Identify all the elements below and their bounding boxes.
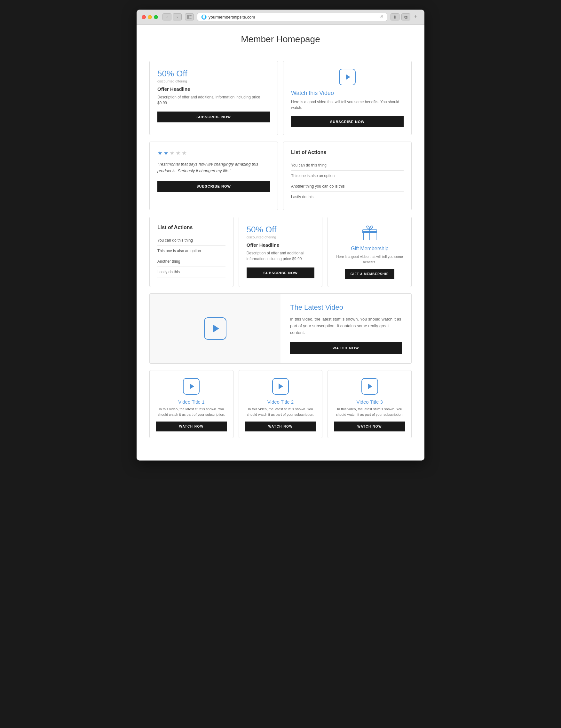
video-card-2: Video Title 2 In this video, the latest … <box>238 370 323 438</box>
offer-card-small: 50% Off discounted offering Offer Headli… <box>238 217 323 287</box>
section-1: 50% Off discounted offering Offer Headli… <box>149 61 412 135</box>
star-1: ★ <box>157 150 162 157</box>
video-title-2: Video Title 2 <box>245 399 316 405</box>
subscribe-button-small[interactable]: SUBSCRIBE NOW <box>246 267 315 278</box>
address-bar[interactable]: 🌐 yourmembershipsite.com ↺ <box>197 13 387 21</box>
offer-headline-1: Offer Headline <box>157 86 270 92</box>
actions-card-small: List of Actions You can do this thing Th… <box>149 217 233 287</box>
video-desc-3: In this video, the latest stuff is shown… <box>334 407 405 417</box>
action-small-4: Lastly do this <box>157 267 225 277</box>
offer-subtitle-1: discounted offering <box>157 79 270 83</box>
play-tri-3 <box>368 383 372 389</box>
play-circle-2 <box>272 378 289 395</box>
subscribe-button-video-1[interactable]: SUBSCRIBE NOW <box>291 116 404 127</box>
offer-desc-1: Description of offer and additional info… <box>157 94 270 106</box>
action-small-1: You can do this thing <box>157 235 225 246</box>
video-card-1: Video Title 1 In this video, the latest … <box>149 370 233 438</box>
section-3: List of Actions You can do this thing Th… <box>149 217 412 287</box>
offer-price-small: 50% Off <box>246 225 315 235</box>
play-tri-1 <box>190 383 194 389</box>
video-icon-1 <box>156 378 227 395</box>
actions-list-small: You can do this thing This one is also a… <box>157 235 225 277</box>
actions-title-large: List of Actions <box>291 150 404 155</box>
share-button[interactable]: ⬆ <box>391 13 400 20</box>
actions-title-small: List of Actions <box>157 225 225 230</box>
video-grid-section: Video Title 1 In this video, the latest … <box>149 370 412 438</box>
latest-title: The Latest Video <box>290 303 402 312</box>
play-triangle-1 <box>346 74 350 80</box>
close-button[interactable] <box>142 15 146 19</box>
latest-video-section: The Latest Video In this video, the late… <box>149 293 412 364</box>
video-icon-3 <box>334 378 405 395</box>
tabs-button[interactable]: ⧉ <box>401 13 410 20</box>
video-card-3: Video Title 3 In this video, the latest … <box>328 370 412 438</box>
video-icon-2 <box>245 378 316 395</box>
star-2: ★ <box>163 150 168 157</box>
forward-button[interactable]: › <box>173 13 182 20</box>
minimize-button[interactable] <box>148 15 152 19</box>
refresh-icon[interactable]: ↺ <box>379 14 383 19</box>
star-5: ★ <box>182 150 187 157</box>
watch-button-1[interactable]: WATCH NOW <box>156 422 227 431</box>
gift-title: Gift Membership <box>336 246 404 252</box>
svg-rect-0 <box>187 15 189 19</box>
watch-title-1: Watch this Video <box>291 90 404 97</box>
play-circle-3 <box>362 378 378 395</box>
action-item-1: You can do this thing <box>291 160 404 171</box>
watch-button-3[interactable]: WATCH NOW <box>334 422 405 431</box>
url-text: yourmembershipsite.com <box>208 15 255 19</box>
watch-now-button-latest[interactable]: WATCH NOW <box>290 342 402 354</box>
gift-icon <box>361 225 378 242</box>
latest-desc: In this video, the latest stuff is shown… <box>290 316 402 336</box>
browser-window: ‹ › 🌐 yourmembershipsite.com ↺ ⬆ ⧉ + Mem… <box>136 10 425 461</box>
testimonial-quote: "Testimonial that says how life changing… <box>157 161 270 174</box>
testimonial-card: ★ ★ ★ ★ ★ "Testimonial that says how lif… <box>149 142 278 210</box>
page-content: Member Homepage 50% Off discounted offer… <box>136 25 425 461</box>
latest-video-info: The Latest Video In this video, the late… <box>280 294 411 363</box>
play-icon-1 <box>339 69 356 85</box>
action-small-2: This one is also an option <box>157 246 225 256</box>
star-4: ★ <box>175 150 181 157</box>
svg-rect-3 <box>189 18 191 19</box>
actions-card-large: List of Actions You can do this thing Th… <box>283 142 412 210</box>
new-tab-button[interactable]: + <box>412 13 419 20</box>
video-title-3: Video Title 3 <box>334 399 405 405</box>
gift-card: Gift Membership Here is a good video tha… <box>328 217 412 287</box>
nav-buttons: ‹ › <box>162 13 182 20</box>
offer-price-1: 50% Off <box>157 69 270 79</box>
toolbar-right: ⬆ ⧉ + <box>391 13 419 20</box>
subscribe-button-testimonial[interactable]: SUBSCRIBE NOW <box>157 181 270 192</box>
gift-desc: Here is a good video that will tell you … <box>336 254 404 265</box>
latest-play-triangle <box>213 324 219 333</box>
latest-play-icon[interactable] <box>204 317 226 340</box>
svg-rect-2 <box>189 17 191 17</box>
offer-desc-small: Description of offer and additional info… <box>246 250 315 262</box>
action-small-3: Another thing <box>157 256 225 267</box>
section-2: ★ ★ ★ ★ ★ "Testimonial that says how lif… <box>149 142 412 210</box>
offer-headline-small: Offer Headline <box>246 242 315 248</box>
offer-subtitle-small: discounted offering <box>246 235 315 239</box>
svg-rect-1 <box>189 15 191 16</box>
maximize-button[interactable] <box>154 15 158 19</box>
actions-list-large: You can do this thing This one is also a… <box>291 160 404 202</box>
back-button[interactable]: ‹ <box>162 13 171 20</box>
watch-desc-1: Here is a good video that will tell you … <box>291 99 404 111</box>
video-title-1: Video Title 1 <box>156 399 227 405</box>
latest-video-player <box>150 294 280 363</box>
sidebar-toggle-button[interactable] <box>185 13 194 20</box>
action-item-4: Lastly do this <box>291 192 404 202</box>
subscribe-button-1[interactable]: SUBSCRIBE NOW <box>157 112 270 122</box>
star-rating: ★ ★ ★ ★ ★ <box>157 150 270 157</box>
watch-video-card-1: Watch this Video Here is a good video th… <box>283 61 412 135</box>
video-icon-wrap-1 <box>291 69 404 85</box>
star-3: ★ <box>169 150 175 157</box>
play-tri-2 <box>278 383 283 389</box>
gift-button[interactable]: GIFT A MEMBERSHIP <box>345 269 395 279</box>
video-desc-2: In this video, the latest stuff is shown… <box>245 407 316 417</box>
action-item-2: This one is also an option <box>291 171 404 181</box>
page-title: Member Homepage <box>149 34 412 51</box>
action-item-3: Another thing you can do is this <box>291 181 404 192</box>
gift-icon-wrap <box>336 225 404 242</box>
browser-titlebar: ‹ › 🌐 yourmembershipsite.com ↺ ⬆ ⧉ + <box>136 10 425 25</box>
watch-button-2[interactable]: WATCH NOW <box>245 422 316 431</box>
